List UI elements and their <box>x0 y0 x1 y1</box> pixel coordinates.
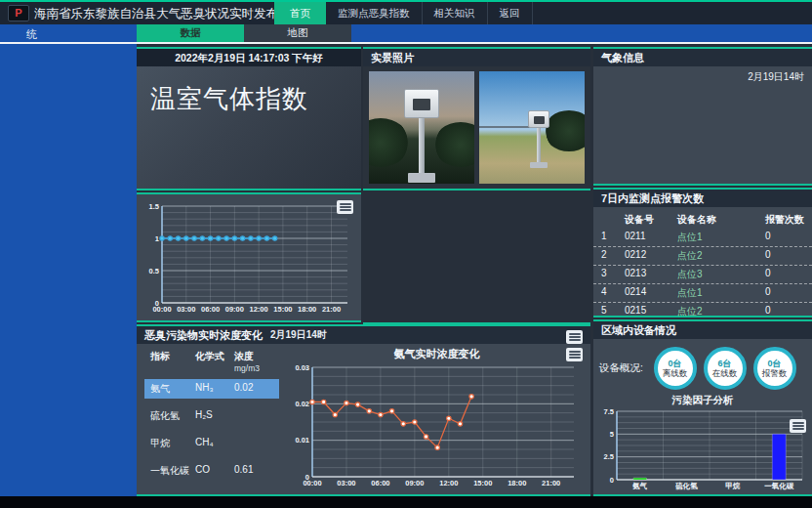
odor-table-row[interactable]: 硫化氢H₂S <box>144 406 279 426</box>
index-trend-chart: 00.511.500:0003:0006:0009:0012:0015:0018… <box>137 194 361 322</box>
device-overview: 设备概况: 0台 离线数 6台 在线数 0台 报警数 <box>593 339 812 392</box>
odor-table-row[interactable]: 甲烷CH₄ <box>144 434 279 453</box>
monitor-cabinet-icon <box>528 110 549 128</box>
svg-text:硫化氢: 硫化氢 <box>675 482 698 490</box>
chart-toolbox-icon[interactable] <box>566 330 583 344</box>
pollution-factor-chart: 02.557.5氨气硫化氢甲烷一氧化碳 <box>593 407 812 497</box>
svg-text:0.01: 0.01 <box>295 436 309 444</box>
monitor-pole <box>537 128 541 163</box>
odor-table-row[interactable]: 一氧化碳CO0.61 <box>144 461 279 481</box>
svg-text:0.02: 0.02 <box>295 400 309 408</box>
svg-text:18:00: 18:00 <box>298 305 316 314</box>
svg-text:0.03: 0.03 <box>295 363 309 372</box>
chart-toolbox-icon[interactable] <box>566 348 583 361</box>
odor-unit-label: mg/m3 <box>137 363 283 375</box>
tab-map[interactable]: 地图 <box>244 24 351 42</box>
svg-text:03:00: 03:00 <box>337 479 355 487</box>
offline-count-badge: 0台 离线数 <box>654 347 697 390</box>
svg-text:12:00: 12:00 <box>439 479 458 487</box>
alarm-table-row: 30213点位30 <box>593 266 812 284</box>
greenhouse-index-panel: 2022年2月19日 14:17:03 下午好 温室气体指数 <box>137 47 361 190</box>
app-logo-icon: P <box>8 5 29 21</box>
svg-text:甲烷: 甲烷 <box>725 482 741 490</box>
photos-panel-title: 实景照片 <box>371 51 414 65</box>
alarm-count-badge: 0台 报警数 <box>753 347 796 390</box>
monitor-base <box>530 162 548 168</box>
index-trend-chart-panel: 00.511.500:0003:0006:0009:0012:0015:0018… <box>137 192 361 322</box>
svg-text:15:00: 15:00 <box>473 479 492 487</box>
nh3-chart-area: 氨气实时浓度变化 00.010.020.0300:0003:0006:0009:… <box>283 344 590 494</box>
svg-text:06:00: 06:00 <box>371 479 389 487</box>
tab-data[interactable]: 数据 <box>137 24 244 42</box>
svg-text:0.5: 0.5 <box>149 267 159 275</box>
svg-text:18:00: 18:00 <box>508 479 526 487</box>
nav-item-knowledge[interactable]: 相关知识 <box>423 2 488 24</box>
odor-panel-time: 2月19日14时 <box>270 328 327 342</box>
weather-panel-title: 气象信息 <box>601 51 644 65</box>
alarm-table-header: 设备号 设备名称 报警次数 <box>593 207 812 229</box>
svg-text:06:00: 06:00 <box>201 305 220 314</box>
odor-table-row[interactable]: 氨气NH₃0.02 <box>144 379 279 399</box>
app-header: P 海南省乐东黎族自治县大气恶臭状况实时发布系 首页 监测点恶臭指数 相关知识 … <box>0 2 812 24</box>
nav-item-back[interactable]: 返回 <box>488 2 533 24</box>
svg-text:12:00: 12:00 <box>250 305 268 314</box>
svg-text:21:00: 21:00 <box>322 305 341 314</box>
svg-text:一氧化碳: 一氧化碳 <box>764 482 794 490</box>
svg-text:氨气: 氨气 <box>631 482 648 490</box>
site-photos-panel: 实景照片 <box>363 47 590 190</box>
device-panel-title: 区域内设备情况 <box>601 323 676 338</box>
weather-time: 2月19日14时 <box>748 70 804 84</box>
main-content: 2022年2月19日 14:17:03 下午好 温室气体指数 实景照片 <box>137 44 812 496</box>
nh3-chart-title: 氨气实时浓度变化 <box>283 344 590 361</box>
nh3-realtime-chart: 00.010.020.0300:0003:0006:0009:0012:0015… <box>283 361 590 496</box>
svg-text:1.5: 1.5 <box>149 202 159 211</box>
chart-toolbox-icon[interactable] <box>790 419 806 433</box>
app-title-wrapped-char: 统 <box>26 27 37 42</box>
svg-text:0: 0 <box>610 476 614 485</box>
nav-item-odor-index[interactable]: 监测点恶臭指数 <box>326 2 423 24</box>
svg-text:7.5: 7.5 <box>604 407 614 416</box>
device-overview-label: 设备概况: <box>599 361 650 375</box>
weather-info-panel: 气象信息 2月19日14时 <box>593 47 812 186</box>
svg-text:09:00: 09:00 <box>225 305 244 314</box>
dashboard-root: P 海南省乐东黎族自治县大气恶臭状况实时发布系 首页 监测点恶臭指数 相关知识 … <box>0 0 812 508</box>
online-count-badge: 6台 在线数 <box>704 347 747 390</box>
monitor-pole <box>419 118 425 175</box>
svg-text:21:00: 21:00 <box>542 479 560 487</box>
svg-text:09:00: 09:00 <box>405 479 424 487</box>
alarm-table-row: 20212点位20 <box>593 247 812 266</box>
main-nav: 首页 监测点恶臭指数 相关知识 返回 <box>274 2 533 24</box>
chart-toolbox-icon[interactable] <box>337 200 353 214</box>
nav-item-home[interactable]: 首页 <box>274 2 326 24</box>
bottom-bar <box>0 496 812 508</box>
alarm-count-panel: 7日内监测点报警次数 设备号 设备名称 报警次数 10211点位1020212点… <box>593 188 812 318</box>
odor-indicator-table: 指标 化学式 浓度 mg/m3 氨气NH₃0.02硫化氢H₂S甲烷CH₄一氧化碳… <box>137 344 283 494</box>
device-status-panel: 区域内设备情况 设备概况: 0台 离线数 6台 在线数 0台 报警数 <box>593 319 812 496</box>
site-photo-1 <box>369 71 474 184</box>
datetime-banner: 2022年2月19日 14:17:03 下午好 <box>137 49 361 66</box>
alarm-table-row: 40214点位10 <box>593 284 812 303</box>
svg-text:5: 5 <box>610 430 614 439</box>
greenhouse-panel-body: 温室气体指数 <box>137 66 361 189</box>
svg-text:15:00: 15:00 <box>273 305 292 314</box>
monitor-cabinet-icon <box>404 89 439 118</box>
odor-realtime-panel: 恶臭污染物实时浓度变化 2月19日14时 指标 化学式 浓度 mg/m3 氨气N… <box>137 324 590 496</box>
greenhouse-index-title: 温室气体指数 <box>137 66 361 116</box>
monitor-base <box>408 173 435 183</box>
app-title: 海南省乐东黎族自治县大气恶臭状况实时发布系 <box>34 6 291 22</box>
sub-header-row: 统 数据 地图 <box>0 24 812 44</box>
factor-chart-title: 污染因子分析 <box>593 392 812 407</box>
svg-text:1: 1 <box>155 234 159 243</box>
svg-text:00:00: 00:00 <box>303 479 321 487</box>
svg-text:03:00: 03:00 <box>177 305 195 314</box>
view-tabs: 数据 地图 <box>137 24 351 42</box>
svg-text:2.5: 2.5 <box>604 452 614 461</box>
site-photo-2 <box>479 71 585 184</box>
odor-table-header: 指标 化学式 浓度 <box>137 348 283 363</box>
odor-panel-title: 恶臭污染物实时浓度变化 <box>144 328 263 343</box>
alarm-table-row: 10211点位10 <box>593 229 812 247</box>
left-sidebar <box>0 44 137 496</box>
svg-text:00:00: 00:00 <box>152 305 171 314</box>
alarm-panel-title: 7日内监测点报警次数 <box>601 191 704 206</box>
